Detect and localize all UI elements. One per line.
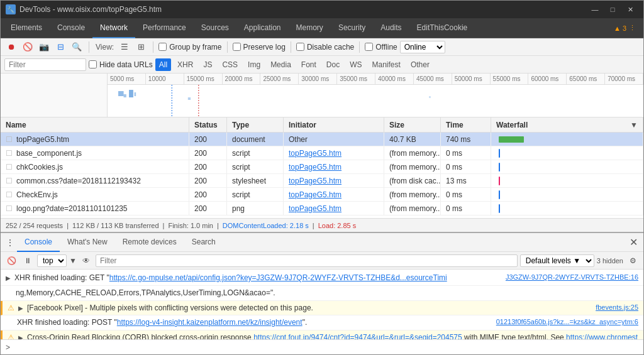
minimize-button[interactable]: — bbox=[587, 3, 603, 16]
row-waterfall bbox=[491, 146, 643, 160]
console-input[interactable] bbox=[14, 343, 638, 352]
header-type[interactable]: Type bbox=[227, 117, 284, 132]
tick-20000: 20000 ms bbox=[223, 74, 261, 84]
list-view-button[interactable]: ☰ bbox=[118, 40, 131, 54]
table-row[interactable]: ☐ topPageG5.htm 200 document Other 40.7 … bbox=[1, 133, 643, 146]
close-bottom-panel-button[interactable]: ✕ bbox=[626, 235, 641, 250]
console-pause-button[interactable]: ⏸ bbox=[21, 254, 35, 268]
filter-bar: Hide data URLs All XHR JS CSS Img Media … bbox=[1, 56, 643, 74]
bottom-tab-whats-new[interactable]: What's New bbox=[60, 233, 115, 252]
tab-security[interactable]: Security bbox=[331, 18, 373, 38]
console-filter-input[interactable] bbox=[96, 254, 518, 267]
filter-ws-button[interactable]: WS bbox=[346, 58, 365, 71]
close-button[interactable]: ✕ bbox=[622, 3, 638, 16]
tab-console[interactable]: Console bbox=[50, 18, 92, 38]
table-row[interactable]: ☐ common.css?date=20181112193432 200 sty… bbox=[1, 174, 643, 188]
header-initiator[interactable]: Initiator bbox=[284, 117, 384, 132]
table-row[interactable]: ☐ CheckEnv.js 200 script topPageG5.htm (… bbox=[1, 188, 643, 202]
group-frame-checkbox[interactable] bbox=[158, 43, 167, 51]
source-link-1[interactable]: J3GZW-9J7QR-2WYFZ-VRVTS-TZHBE:16 bbox=[506, 273, 638, 282]
source-link-2[interactable]: fbevents.js:25 bbox=[596, 303, 638, 312]
source-link-3[interactable]: 01213f0f65a60b.js?kz...=kzs&kz_async=ytm… bbox=[496, 317, 638, 327]
search-button[interactable]: 🔍 bbox=[70, 40, 84, 54]
filter-all-button[interactable]: All bbox=[155, 58, 171, 71]
row-time: 0 ms bbox=[441, 202, 491, 215]
tab-network[interactable]: Network bbox=[92, 18, 135, 38]
filter-font-button[interactable]: Font bbox=[297, 58, 320, 71]
timeline-section: 5000 ms 10000 15000 ms 20000 ms 25000 ms… bbox=[1, 74, 643, 117]
filter-input[interactable] bbox=[4, 58, 86, 71]
xhr-link-1[interactable]: https://c.go-mpulse.net/api/config.json?… bbox=[109, 273, 447, 282]
corb-link-1[interactable]: https://cnt.fout.jp/9474/cnt?id=9474&url… bbox=[253, 333, 462, 339]
console-menu-button[interactable]: ⋮ bbox=[3, 236, 17, 249]
expand-icon[interactable]: ▶ bbox=[18, 304, 23, 313]
tab-sources[interactable]: Sources bbox=[194, 18, 236, 38]
header-status[interactable]: Status bbox=[189, 117, 227, 132]
filter-css-button[interactable]: CSS bbox=[218, 58, 242, 71]
camera-button[interactable]: 📷 bbox=[37, 40, 51, 54]
tick-55000: 55000 ms bbox=[491, 74, 529, 84]
bottom-tab-console[interactable]: Console bbox=[17, 233, 60, 252]
separator-5 bbox=[359, 41, 360, 53]
title-bar: 🔧 DevTools - www.oisix.com/topPageG5.htm… bbox=[1, 1, 643, 18]
throttle-select[interactable]: Online Fast 3G Slow 3G bbox=[400, 41, 445, 53]
tab-memory[interactable]: Memory bbox=[289, 18, 331, 38]
row-time: 740 ms bbox=[441, 133, 491, 146]
preserve-log-checkbox[interactable] bbox=[233, 43, 241, 51]
expand-icon-2[interactable]: ▶ bbox=[18, 334, 23, 339]
bottom-tab-remote-devices[interactable]: Remote devices bbox=[115, 233, 184, 252]
context-select[interactable]: top bbox=[37, 254, 67, 267]
row-initiator: Other bbox=[284, 133, 384, 146]
clear-button[interactable]: 🚫 bbox=[21, 40, 35, 54]
hide-data-urls-label[interactable]: Hide data URLs bbox=[89, 60, 153, 69]
header-name[interactable]: Name bbox=[1, 117, 189, 132]
filter-media-button[interactable]: Media bbox=[267, 58, 295, 71]
filter-xhr-button[interactable]: XHR bbox=[174, 58, 197, 71]
main-content: ⏺ 🚫 📷 ⊟ 🔍 View: ☰ ⊞ Group by frame Prese… bbox=[1, 38, 643, 354]
filter-button[interactable]: ⊟ bbox=[53, 40, 67, 54]
preserve-log-label[interactable]: Preserve log bbox=[233, 43, 286, 52]
waterfall-tick bbox=[499, 204, 500, 213]
disable-cache-label[interactable]: Disable cache bbox=[296, 43, 354, 52]
row-status: 200 bbox=[189, 133, 227, 146]
table-row[interactable]: ☐ logo.png?date=20181101101235 200 png t… bbox=[1, 202, 643, 216]
tab-editthiscookie[interactable]: EditThisCookie bbox=[409, 18, 475, 38]
view-label: View: bbox=[96, 43, 114, 52]
tab-audits[interactable]: Audits bbox=[373, 18, 409, 38]
filter-other-button[interactable]: Other bbox=[407, 58, 433, 71]
header-size[interactable]: Size bbox=[384, 117, 441, 132]
header-time[interactable]: Time bbox=[441, 117, 491, 132]
console-settings-button[interactable]: ⚙ bbox=[626, 254, 640, 268]
row-type: document bbox=[227, 133, 284, 146]
bottom-tab-search[interactable]: Search bbox=[184, 233, 223, 252]
header-waterfall[interactable]: Waterfall ▼ bbox=[491, 117, 643, 132]
filter-doc-button[interactable]: Doc bbox=[323, 58, 343, 71]
xhr-link-2[interactable]: https://log-v4-insight.kaizenplatform.ne… bbox=[117, 318, 303, 327]
hide-data-urls-checkbox[interactable] bbox=[89, 60, 97, 68]
group-frame-label[interactable]: Group by frame bbox=[158, 43, 221, 52]
row-name: ☐ common.css?date=20181112193432 bbox=[1, 174, 189, 187]
tab-performance[interactable]: Performance bbox=[135, 18, 194, 38]
level-select[interactable]: Default levels ▼ bbox=[520, 254, 594, 267]
grid-view-button[interactable]: ⊞ bbox=[134, 40, 148, 54]
tab-application[interactable]: Application bbox=[236, 18, 289, 38]
svg-rect-0 bbox=[118, 91, 124, 96]
console-clear-button[interactable]: 🚫 bbox=[4, 254, 18, 268]
filter-img-button[interactable]: Img bbox=[244, 58, 264, 71]
table-row[interactable]: ☐ base_component.js 200 script topPageG5… bbox=[1, 146, 643, 160]
warning-icon: ⚠ bbox=[8, 303, 14, 314]
disable-cache-checkbox[interactable] bbox=[296, 43, 304, 51]
record-button[interactable]: ⏺ bbox=[4, 40, 18, 54]
expand-icon[interactable]: ▶ bbox=[6, 274, 11, 283]
eye-button[interactable]: 👁 bbox=[79, 254, 93, 268]
tick-10000: 10000 bbox=[146, 74, 184, 84]
table-row[interactable]: ☐ chkCookies.js 200 script topPageG5.htm… bbox=[1, 160, 643, 174]
row-size: 40.7 KB bbox=[384, 133, 441, 146]
filter-manifest-button[interactable]: Manifest bbox=[369, 58, 404, 71]
tab-elements[interactable]: Elements bbox=[3, 18, 50, 38]
row-name-text: common.css?date=20181112193432 bbox=[16, 177, 141, 185]
offline-label[interactable]: Offline bbox=[365, 43, 397, 52]
maximize-button[interactable]: □ bbox=[604, 3, 621, 16]
offline-checkbox[interactable] bbox=[365, 43, 373, 51]
filter-js-button[interactable]: JS bbox=[199, 58, 216, 71]
